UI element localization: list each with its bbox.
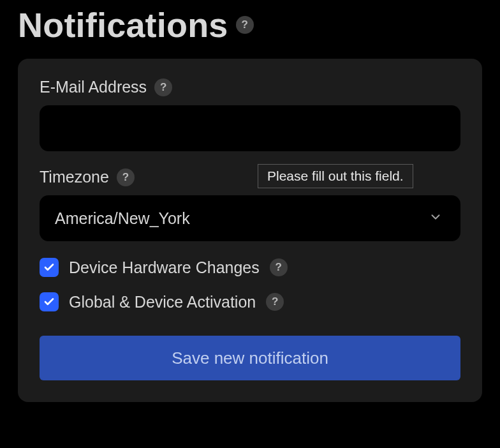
activation-label: Global & Device Activation bbox=[69, 293, 256, 311]
save-button[interactable]: Save new notification bbox=[40, 336, 460, 380]
email-help-icon[interactable]: ? bbox=[154, 78, 172, 96]
timezone-select[interactable]: America/New_York bbox=[40, 195, 460, 241]
email-input[interactable] bbox=[40, 105, 460, 151]
hardware-changes-help-icon[interactable]: ? bbox=[270, 258, 288, 276]
activation-help-icon[interactable]: ? bbox=[266, 293, 284, 311]
validation-tooltip: Please fill out this field. bbox=[258, 164, 413, 188]
activation-checkbox[interactable] bbox=[40, 292, 59, 311]
activation-row: Global & Device Activation ? bbox=[40, 292, 460, 311]
timezone-field-group: Timezone ? Please fill out this field. A… bbox=[40, 168, 460, 241]
timezone-help-icon[interactable]: ? bbox=[117, 168, 135, 186]
timezone-label: Timezone bbox=[40, 168, 109, 186]
email-field-group: E-Mail Address ? bbox=[40, 78, 460, 151]
hardware-changes-row: Device Hardware Changes ? bbox=[40, 258, 460, 277]
hardware-changes-label: Device Hardware Changes bbox=[69, 258, 260, 277]
notification-form-card: E-Mail Address ? Timezone ? Please fill … bbox=[18, 59, 482, 402]
email-label: E-Mail Address bbox=[40, 78, 147, 96]
page-title: Notifications bbox=[18, 5, 228, 45]
timezone-selected-value: America/New_York bbox=[55, 209, 190, 228]
checkmark-icon bbox=[43, 262, 55, 273]
checkmark-icon bbox=[43, 296, 55, 308]
hardware-changes-checkbox[interactable] bbox=[40, 258, 59, 277]
title-help-icon[interactable]: ? bbox=[236, 16, 254, 34]
